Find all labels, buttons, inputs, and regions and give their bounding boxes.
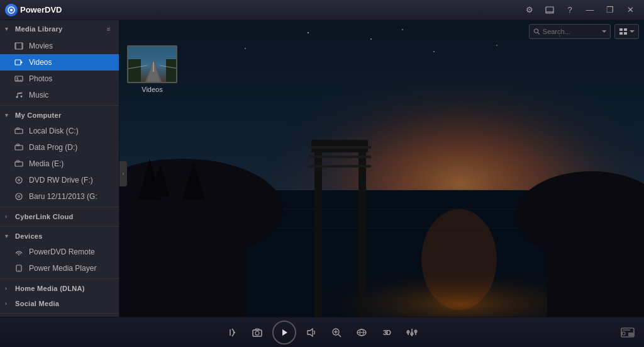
titlebar-controls: ⚙ ? — ❐ ✕: [521, 3, 639, 18]
media-library-arrow: ▾: [5, 26, 13, 32]
view-toggle[interactable]: [614, 24, 639, 39]
data-d-icon: [14, 142, 24, 152]
svg-line-59: [538, 33, 540, 35]
sidebar-section-cyberlink-cloud[interactable]: › CyberLink Cloud: [0, 209, 119, 224]
threed-btn[interactable]: 3D: [377, 322, 397, 343]
svg-point-13: [21, 96, 23, 98]
svg-marker-65: [630, 30, 635, 33]
sidebar-item-power-media-player[interactable]: Power Media Player: [0, 260, 119, 276]
svg-rect-62: [624, 28, 627, 31]
svg-rect-70: [128, 59, 141, 83]
sidebar-section-social-media[interactable]: › Social Media: [0, 296, 119, 311]
background-scene: [119, 20, 644, 317]
sidebar-item-data-d[interactable]: Data Prog (D:): [0, 139, 119, 156]
mini-player-btn[interactable]: [619, 324, 636, 341]
videos-thumb-image: [127, 45, 177, 83]
cinema-btn[interactable]: [352, 322, 372, 343]
cyberlink-cloud-label: CyberLink Cloud: [15, 213, 74, 220]
search-icon: [533, 28, 540, 35]
media-e-icon: [14, 159, 24, 169]
svg-rect-45: [119, 196, 245, 317]
svg-point-26: [18, 270, 19, 271]
sidebar-item-media-e[interactable]: Media (E:): [0, 156, 119, 172]
close-title-btn[interactable]: ✕: [621, 3, 639, 18]
baru-g-label: Baru 12/11/2013 (G:: [29, 192, 97, 201]
sidebar-section-my-computer[interactable]: ▾ My Computer: [0, 108, 119, 123]
sidebar-item-photos[interactable]: Photos: [0, 71, 119, 87]
svg-rect-17: [16, 144, 19, 146]
dvd-f-label: DVD RW Drive (F:): [29, 176, 93, 185]
videos-thumbnail[interactable]: Videos: [127, 45, 177, 93]
sidebar-collapse-handle[interactable]: ‹: [119, 161, 127, 186]
svg-rect-16: [15, 145, 23, 150]
rewind-btn[interactable]: [222, 322, 242, 343]
svg-rect-64: [624, 32, 627, 35]
sidebar-item-dvd-f[interactable]: DVD RW Drive (F:): [0, 172, 119, 188]
search-input[interactable]: [543, 28, 599, 35]
sidebar-item-local-c[interactable]: Local Disk (C:): [0, 123, 119, 139]
videos-thumb-svg: [128, 47, 177, 83]
svg-point-12: [16, 96, 18, 98]
svg-point-1: [10, 9, 13, 11]
search-dropdown-icon: [602, 29, 606, 34]
maximize-title-btn[interactable]: ❐: [601, 3, 619, 18]
sidebar-item-movies[interactable]: Movies: [0, 38, 119, 54]
local-c-icon: [14, 126, 24, 136]
baru-g-icon: [14, 191, 24, 202]
sidebar: ▾ Media Library ≡ Movies Videos Photos: [0, 20, 119, 317]
svg-rect-7: [15, 60, 21, 65]
local-c-label: Local Disk (C:): [29, 127, 79, 135]
play-icon: [279, 327, 289, 338]
photos-label: Photos: [29, 74, 52, 83]
grid-view-icon: [619, 28, 628, 35]
svg-rect-43: [308, 165, 371, 168]
volume-icon: [306, 327, 317, 338]
svg-point-54: [496, 45, 497, 46]
volume-btn[interactable]: [301, 322, 321, 343]
movies-icon: [14, 41, 24, 51]
svg-point-20: [16, 177, 22, 183]
svg-point-24: [18, 254, 19, 256]
search-box[interactable]: [529, 24, 611, 39]
app-title: PowerDVD: [20, 5, 62, 14]
snapshot-icon: [252, 327, 263, 338]
sidebar-section-home-media[interactable]: › Home Media (DLNA): [0, 281, 119, 296]
minimize-title-btn[interactable]: —: [581, 3, 599, 18]
devices-label: Devices: [15, 232, 43, 240]
settings-title-btn[interactable]: ⚙: [521, 3, 538, 18]
content-header: [119, 20, 644, 43]
svg-marker-79: [308, 329, 313, 336]
svg-marker-8: [21, 61, 23, 64]
svg-rect-5: [15, 43, 16, 49]
svg-rect-94: [628, 333, 633, 336]
rewind-icon: [226, 327, 238, 338]
help-title-btn[interactable]: ?: [561, 3, 579, 18]
sidebar-item-music[interactable]: Music: [0, 87, 119, 103]
sidebar-item-baru-g[interactable]: Baru 12/11/2013 (G:: [0, 188, 119, 205]
snapshot-btn[interactable]: [247, 322, 267, 343]
sidebar-item-powerdvd-remote[interactable]: PowerDVD Remote: [0, 244, 119, 260]
content-background: [119, 20, 644, 317]
bottom-toolbar: 3D: [0, 317, 644, 347]
svg-line-81: [338, 334, 341, 337]
thumbnail-area: Videos: [127, 45, 177, 93]
sidebar-section-devices[interactable]: ▾ Devices: [0, 229, 119, 244]
media-library-menu-btn[interactable]: ≡: [104, 24, 114, 34]
play-btn[interactable]: [272, 321, 296, 344]
svg-rect-42: [308, 156, 371, 158]
sidebar-item-videos[interactable]: Videos: [0, 54, 119, 71]
sidebar-section-media-library[interactable]: ▾ Media Library ≡: [0, 20, 119, 38]
svg-point-23: [18, 196, 20, 198]
divider-5: [0, 313, 119, 314]
zoom-btn[interactable]: [326, 322, 347, 343]
svg-point-52: [433, 51, 435, 52]
divider-4: [0, 278, 119, 279]
svg-marker-11: [15, 79, 23, 81]
devices-arrow: ▾: [5, 233, 13, 239]
eq-settings-btn[interactable]: [402, 322, 422, 343]
screen-title-btn[interactable]: [541, 3, 558, 18]
svg-point-76: [255, 331, 259, 335]
toolbar-right: [619, 324, 636, 341]
svg-point-22: [16, 193, 22, 200]
svg-point-37: [421, 209, 497, 310]
